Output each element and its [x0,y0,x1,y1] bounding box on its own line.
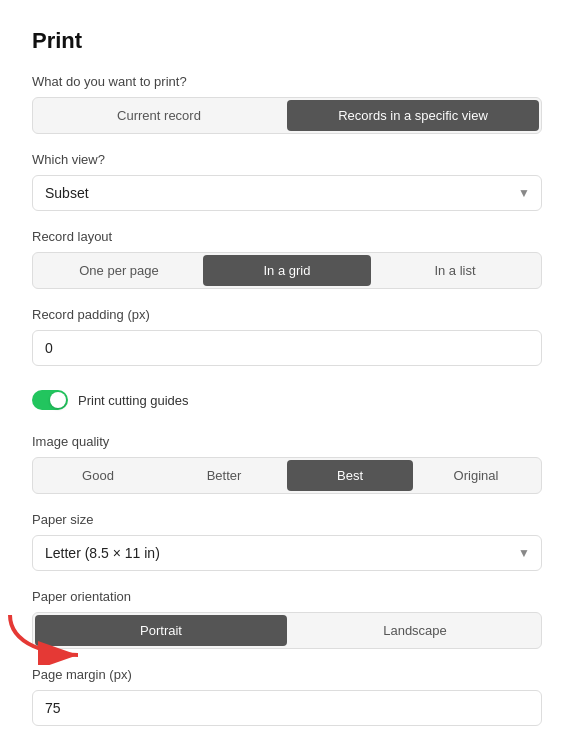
cutting-guides-row: Print cutting guides [32,384,542,416]
paper-orientation-toggle: Portrait Landscape [32,612,542,649]
cutting-guides-toggle[interactable] [32,390,68,410]
paper-size-dropdown[interactable]: Letter (8.5 × 11 in) A4 Legal [32,535,542,571]
records-in-view-btn[interactable]: Records in a specific view [287,100,539,131]
quality-best-btn[interactable]: Best [287,460,413,491]
record-padding-input[interactable] [32,330,542,366]
record-layout-label: Record layout [32,229,542,244]
red-arrow-indicator [0,605,90,665]
cutting-guides-label: Print cutting guides [78,393,189,408]
page-margin-label: Page margin (px) [32,667,542,682]
what-to-print-label: What do you want to print? [32,74,542,89]
in-a-list-btn[interactable]: In a list [371,255,539,286]
what-to-print-toggle: Current record Records in a specific vie… [32,97,542,134]
in-a-grid-btn[interactable]: In a grid [203,255,371,286]
paper-size-dropdown-wrapper: Letter (8.5 × 11 in) A4 Legal ▼ [32,535,542,571]
record-padding-label: Record padding (px) [32,307,542,322]
page-title: Print [32,28,542,54]
which-view-dropdown[interactable]: Subset [32,175,542,211]
which-view-dropdown-wrapper: Subset ▼ [32,175,542,211]
quality-better-btn[interactable]: Better [161,460,287,491]
quality-good-btn[interactable]: Good [35,460,161,491]
one-per-page-btn[interactable]: One per page [35,255,203,286]
record-layout-toggle: One per page In a grid In a list [32,252,542,289]
image-quality-toggle: Good Better Best Original [32,457,542,494]
image-quality-label: Image quality [32,434,542,449]
quality-original-btn[interactable]: Original [413,460,539,491]
which-view-label: Which view? [32,152,542,167]
paper-orientation-label: Paper orientation [32,589,542,604]
paper-size-label: Paper size [32,512,542,527]
landscape-btn[interactable]: Landscape [289,613,541,648]
page-margin-input[interactable] [32,690,542,726]
cutting-guides-knob [50,392,66,408]
current-record-btn[interactable]: Current record [33,98,285,133]
